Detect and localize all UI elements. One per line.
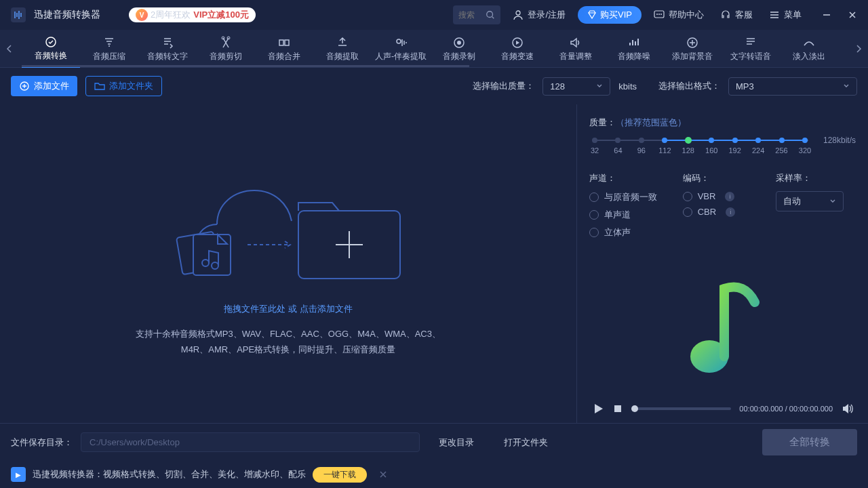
add-file-button[interactable]: 添加文件	[11, 76, 77, 96]
quality-tick-dot[interactable]	[639, 138, 644, 143]
svg-rect-9	[279, 40, 283, 45]
tool-icon	[336, 36, 349, 49]
radio-option[interactable]: 与原音频一致	[589, 191, 669, 203]
tool-0[interactable]: 音频转换	[22, 30, 80, 68]
titlebar: 迅捷音频转换器 V 2周年狂欢 VIP立减100元 登录/注册 购买VIP 帮助…	[0, 0, 868, 30]
hamburger-icon	[769, 9, 780, 20]
quality-tick-dot[interactable]	[592, 138, 597, 143]
tool-icon	[627, 36, 641, 49]
quality-slider[interactable]: 128kbit/s 326496112128160192224256320	[589, 136, 856, 163]
tool-label: 音频转文字	[147, 51, 188, 62]
toolbar-scrollbar[interactable]	[22, 65, 469, 67]
save-path-input[interactable]: C:/Users/work/Desktop	[81, 432, 420, 452]
radio-option[interactable]: VBRi	[683, 191, 763, 201]
promo-text-2: VIP立减100元	[193, 9, 249, 21]
minimize-button[interactable]	[822, 10, 831, 20]
tool-8[interactable]: 音频变速	[488, 30, 547, 68]
folder-icon	[94, 81, 105, 92]
tool-icon	[744, 36, 757, 49]
radio-icon	[589, 192, 599, 202]
tool-icon	[44, 35, 58, 49]
quality-tick-dot[interactable]	[802, 138, 808, 143]
tool-1[interactable]: 音频压缩	[80, 30, 138, 68]
encoding-settings: 编码： VBRiCBRi	[683, 172, 763, 244]
login-button[interactable]: 登录/注册	[509, 9, 570, 21]
footer-text: 迅捷视频转换器：视频格式转换、切割、合并、美化、增减水印、配乐	[33, 468, 306, 481]
quality-tick-label: 112	[658, 146, 671, 155]
bottom-bar: 文件保存目录： C:/Users/work/Desktop 更改目录 打开文件夹…	[0, 423, 868, 461]
open-folder-button[interactable]: 打开文件夹	[493, 432, 559, 453]
change-dir-button[interactable]: 更改目录	[428, 432, 485, 453]
quality-tick-dot[interactable]	[732, 138, 738, 143]
add-folder-button[interactable]: 添加文件夹	[85, 76, 162, 96]
volume-button[interactable]	[841, 403, 853, 415]
svg-point-4	[658, 14, 660, 15]
settings-pane: 质量：（推荐范围蓝色） 128kbit/s 326496112128160192…	[576, 104, 868, 423]
samplerate-dropdown[interactable]: 自动	[776, 191, 844, 211]
promo-text-1: 2周年狂欢	[151, 9, 191, 21]
quality-dropdown[interactable]: 128	[542, 77, 610, 96]
tool-icon	[802, 36, 816, 49]
quality-tick-dot[interactable]	[615, 138, 620, 143]
tool-13[interactable]: 淡入淡出	[780, 30, 838, 68]
footer-close-button[interactable]	[379, 470, 387, 479]
search-input[interactable]	[458, 10, 481, 20]
svg-rect-23	[614, 405, 621, 412]
quality-tick-label: 224	[752, 146, 764, 155]
svg-point-5	[660, 14, 662, 15]
quality-tick-dot[interactable]	[662, 138, 667, 143]
convert-all-button[interactable]: 全部转换	[762, 429, 857, 455]
toolbar-scroll-right[interactable]	[849, 30, 868, 68]
progress-slider[interactable]	[631, 407, 731, 410]
drop-zone[interactable]: 拖拽文件至此处 或 点击添加文件 支持十余种音频格式MP3、WAV、FLAC、A…	[0, 104, 576, 423]
tool-6[interactable]: 人声-伴奏提取	[372, 30, 430, 68]
tool-3[interactable]: 音频剪切	[197, 30, 255, 68]
window-controls	[822, 10, 857, 20]
quality-tick-dot[interactable]	[709, 138, 714, 143]
radio-option[interactable]: 立体声	[589, 226, 669, 239]
info-icon[interactable]: i	[726, 207, 735, 217]
tool-icon	[219, 36, 233, 49]
help-button[interactable]: 帮助中心	[650, 9, 708, 21]
toolbar-scroll-left[interactable]	[0, 30, 19, 68]
play-button[interactable]	[592, 403, 604, 415]
footer-promo: ▶ 迅捷视频转换器：视频格式转换、切割、合并、美化、增减水印、配乐 一键下载	[0, 461, 868, 488]
info-icon[interactable]: i	[725, 192, 734, 201]
tool-2[interactable]: 音频转文字	[138, 30, 197, 68]
format-dropdown[interactable]: MP3	[728, 77, 857, 96]
radio-icon	[683, 207, 692, 217]
svg-point-1	[516, 11, 520, 15]
quality-tick-dot[interactable]	[755, 138, 761, 143]
menu-button[interactable]: 菜单	[765, 9, 806, 21]
progress-thumb[interactable]	[631, 405, 638, 412]
quality-tick-dot[interactable]	[685, 137, 692, 144]
tool-7[interactable]: 音频录制	[430, 30, 488, 68]
tool-icon	[686, 36, 699, 49]
buy-vip-button[interactable]: 购买VIP	[578, 6, 642, 24]
tool-4[interactable]: 音频合并	[255, 30, 313, 68]
promo-badge[interactable]: V 2周年狂欢 VIP立减100元	[129, 7, 256, 22]
stop-button[interactable]	[612, 403, 623, 414]
tool-10[interactable]: 音频降噪	[605, 30, 663, 68]
svg-point-3	[656, 14, 658, 15]
tool-icon	[102, 36, 116, 49]
tool-12[interactable]: 文字转语音	[722, 30, 780, 68]
tool-5[interactable]: 音频提取	[313, 30, 372, 68]
diamond-icon	[587, 10, 597, 20]
tool-icon	[161, 36, 174, 49]
radio-option[interactable]: CBRi	[683, 207, 763, 217]
service-button[interactable]: 客服	[716, 9, 757, 21]
close-button[interactable]	[848, 10, 857, 20]
tool-9[interactable]: 音量调整	[547, 30, 605, 68]
tool-icon	[394, 36, 408, 49]
radio-option[interactable]: 单声道	[589, 209, 669, 221]
quality-tick-label: 192	[728, 146, 741, 155]
encoding-title: 编码：	[683, 172, 763, 184]
tool-label: 音量调整	[559, 51, 592, 62]
tool-11[interactable]: 添加背景音	[663, 30, 722, 68]
plus-circle-icon	[19, 81, 30, 92]
download-button[interactable]: 一键下载	[313, 467, 367, 483]
search-box[interactable]	[453, 5, 500, 24]
quality-tick-label: 160	[705, 146, 717, 155]
quality-tick-dot[interactable]	[779, 138, 785, 143]
